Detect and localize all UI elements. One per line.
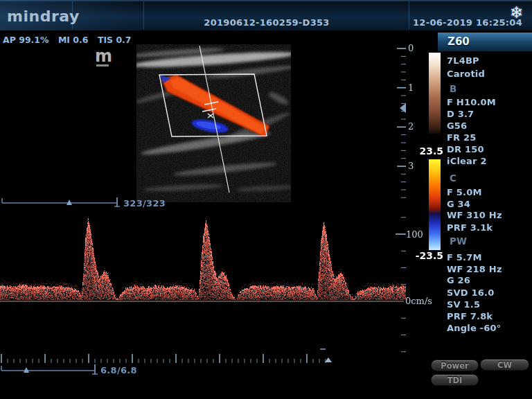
freeze-icon[interactable]: ❄ — [510, 3, 523, 21]
mindray-logo: mindray — [7, 8, 80, 25]
ultrasound-screen: mindray 20190612-160259-D353 12-06-2019 … — [0, 0, 532, 399]
acoustic-status-line: AP 99.1% MI 0.6 TIS 0.7 — [3, 35, 138, 45]
section-c-label: C — [450, 172, 456, 184]
velocity-100-label: 100 — [406, 229, 423, 240]
pw-frequency-label: F 5.7M — [447, 252, 482, 264]
orientation-marker-glyph: m — [95, 46, 112, 66]
cine-position-marker[interactable] — [24, 367, 29, 373]
ultrasound-image-svg — [136, 44, 291, 202]
c-gain-label: G 34 — [447, 199, 470, 211]
pw-svd-label: SVD 16.0 — [447, 287, 494, 299]
preset-label: Z60 — [438, 33, 532, 48]
section-b-label: B — [450, 83, 457, 95]
pw-prf-label: PRF 7.8k — [447, 311, 493, 323]
c-frequency-label: F 5.0M — [447, 187, 482, 199]
topbar-divider — [409, 1, 409, 29]
ultrasound-image[interactable] — [136, 44, 291, 202]
topbar-divider — [143, 1, 144, 29]
b-depth-label: D 3.7 — [447, 109, 474, 121]
section-pw-label: PW — [450, 236, 467, 247]
frame-counter-label: 323/323 — [123, 198, 166, 209]
cw-button[interactable]: CW — [480, 359, 529, 371]
pw-gain-label: G 26 — [447, 275, 470, 287]
ap-label: AP 99.1% — [3, 35, 49, 45]
study-id-label: 20190612-160259-D353 — [204, 17, 329, 28]
orientation-marker-icon: m — [95, 48, 112, 66]
color-scale-min-label: -23.5 — [411, 250, 443, 261]
topbar: mindray 20190612-160259-D353 12-06-2019 … — [0, 0, 532, 30]
b-gain-label: G56 — [447, 121, 467, 132]
c-wallfilter-label: WF 310 Hz — [447, 210, 502, 222]
pw-wallfilter-label: WF 218 Hz — [447, 264, 502, 276]
velocity-baseline-label: 0cm/s — [405, 296, 432, 306]
c-prf-label: PRF 3.1k — [447, 222, 493, 234]
mi-label: MI 0.6 — [58, 35, 89, 45]
color-scale-max-label: 23.5 — [416, 145, 443, 157]
pw-angle-label: Angle -60° — [447, 323, 501, 335]
depth-label-2: 2 — [408, 121, 419, 132]
b-frequency-label: F H10.0M — [447, 97, 496, 109]
depth-label-3: 3 — [408, 161, 419, 171]
time-counter-label: 6.8/6.8 — [100, 365, 137, 375]
b-iclear-label: iClear 2 — [447, 156, 487, 168]
b-framerate-label: FR 25 — [447, 132, 477, 144]
tdi-button[interactable]: TDI — [431, 374, 479, 386]
cine-position-marker[interactable] — [66, 200, 72, 205]
power-button[interactable]: Power — [431, 360, 479, 371]
time-ruler-marker[interactable] — [325, 357, 332, 362]
b-dynrange-label: DR 150 — [447, 144, 484, 156]
spectral-doppler-trace — [0, 208, 406, 302]
depth-label-1: 1 — [408, 82, 419, 93]
tis-label: TIS 0.7 — [98, 35, 132, 45]
preset-header[interactable]: Z60 — [438, 33, 532, 51]
pw-sv-label: SV 1.5 — [447, 299, 480, 311]
datetime-label: 12-06-2019 16:25:04 — [413, 17, 522, 28]
probe-label: 7L4BP — [447, 55, 479, 67]
depth-label-0: 0 — [408, 43, 419, 53]
grayscale-bar — [429, 53, 441, 134]
color-doppler-bar — [429, 159, 441, 250]
focus-marker[interactable] — [400, 103, 406, 113]
exam-label: Carotid — [447, 69, 485, 80]
